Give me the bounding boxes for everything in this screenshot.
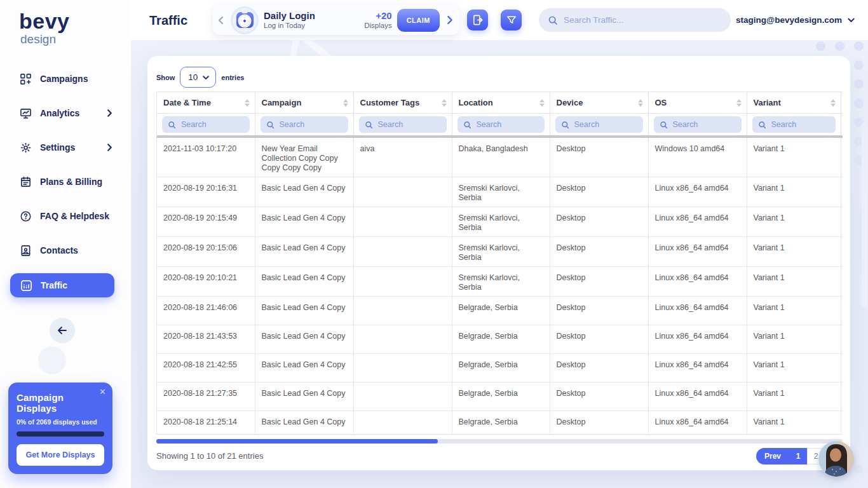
table-cell: Variant 1: [747, 383, 841, 411]
table-row[interactable]: 2020-08-19 20:15:49Basic Lead Gen 4 Copy…: [157, 207, 843, 237]
contacts-icon: [19, 244, 32, 257]
table-row[interactable]: 2020-08-18 21:25:14Basic Lead Gen 4 Copy…: [157, 411, 843, 435]
avatar[interactable]: [818, 441, 854, 477]
carousel-prev-icon[interactable]: [217, 16, 226, 25]
table-cell: Belgrade, Serbia: [452, 354, 550, 383]
table-cell: New Year Email Collection Copy Copy Copy…: [255, 137, 353, 177]
search-icon: [168, 121, 176, 129]
carousel-next-icon[interactable]: [445, 15, 454, 25]
table-cell: Sremski Karlovci, Serbia: [452, 237, 550, 267]
traffic-table-card: Show 10 entries Date & TimeCampaignCusto…: [147, 56, 850, 470]
table-row[interactable]: 2020-08-18 21:43:53Basic Lead Gen 4 Copy…: [157, 325, 843, 354]
get-more-displays-button[interactable]: Get More Displays: [17, 444, 104, 466]
account-menu[interactable]: staging@bevydesign.com: [736, 0, 855, 40]
promo-usage-text: 0% of 2069 displays used: [17, 418, 104, 426]
page-size-value: 10: [188, 72, 198, 82]
export-button[interactable]: [467, 10, 488, 30]
brand-subname: design: [20, 32, 70, 46]
sidebar-item-traffic[interactable]: Traffic: [10, 273, 114, 297]
account-email: staging@bevydesign.com: [736, 15, 842, 25]
column-header[interactable]: Variant: [747, 92, 841, 114]
table-cell: Linux x86_64 amd64: [648, 267, 747, 297]
table-cell: Linux x86_64 amd64: [648, 411, 747, 435]
sidebar-item-analytics[interactable]: Analytics: [0, 102, 131, 125]
table-cell: [353, 207, 452, 237]
horizontal-scrollbar[interactable]: [156, 439, 843, 444]
sidebar-item-campaigns[interactable]: Campaigns: [0, 67, 131, 90]
table-cell: aiva: [353, 137, 452, 177]
close-icon[interactable]: ✕: [99, 387, 106, 396]
table-row[interactable]: 2020-08-18 21:27:35Basic Lead Gen 4 Copy…: [157, 383, 843, 411]
table-cell: Basic Lead Gen 4 Copy: [255, 207, 353, 237]
sort-icon: [442, 99, 447, 107]
table-cell: 2020-08-19 20:16:31: [157, 177, 255, 207]
column-search: [458, 116, 545, 133]
table-cell: [841, 267, 843, 297]
page-title: Traffic: [149, 13, 187, 27]
search-input[interactable]: [564, 15, 722, 25]
column-label: Variant: [754, 98, 781, 107]
table-cell: 2020-08-19 20:15:06: [157, 237, 255, 267]
table-cell: Belgrade, Serbia: [452, 325, 550, 354]
table-header-row: Date & TimeCampaignCustomer TagsLocation…: [157, 92, 843, 114]
table-cell: Windows 10 amd64: [648, 137, 747, 177]
sidebar-item-label: FAQ & Helpdesk: [40, 211, 109, 221]
column-search-input[interactable]: [181, 120, 244, 129]
filter-icon: [506, 15, 517, 26]
column-header[interactable]: Campaign: [255, 92, 353, 114]
sidebar-item-label: Settings: [40, 142, 75, 152]
sidebar-item-settings[interactable]: Settings: [0, 136, 131, 159]
traffic-icon: [20, 279, 32, 292]
column-header[interactable]: Customer Tags: [353, 92, 452, 114]
column-header[interactable]: OS: [648, 92, 747, 114]
table-cell: Desktop: [550, 297, 648, 325]
table-cell: Variant 1: [747, 297, 841, 325]
sidebar-item-faq-helpdesk[interactable]: FAQ & Helpdesk: [0, 205, 131, 227]
column-header[interactable]: Date & Time: [157, 92, 255, 114]
table-cell: Desktop: [550, 177, 648, 207]
prev-page-button[interactable]: Prev: [756, 448, 789, 464]
table-cell: 2020-08-19 20:10:21: [157, 267, 255, 297]
table-cell: [841, 325, 843, 354]
table-row[interactable]: 2021-11-03 10:17:20New Year Email Collec…: [157, 137, 843, 177]
table-cell: Basic Lead Gen 4 Copy: [255, 237, 353, 267]
table-cell: [353, 297, 452, 325]
column-search-input[interactable]: [771, 120, 830, 129]
column-search-input[interactable]: [280, 120, 342, 129]
sidebar-item-plans-billing[interactable]: Plans & Billing: [0, 170, 131, 193]
column-header[interactable]: Device: [550, 92, 648, 114]
table-row[interactable]: 2020-08-18 21:46:06Basic Lead Gen 4 Copy…: [157, 297, 843, 325]
campaigns-icon: [19, 72, 32, 85]
filter-button[interactable]: [501, 10, 522, 30]
sidebar-item-label: Contacts: [40, 245, 78, 255]
claim-button[interactable]: CLAIM: [397, 9, 440, 32]
column-header[interactable]: Location: [452, 92, 550, 114]
search-icon: [463, 121, 471, 129]
scrollbar-thumb[interactable]: [156, 439, 438, 444]
page-size-select[interactable]: 10: [180, 67, 216, 88]
displays-progress-bar: [17, 431, 104, 437]
table-row[interactable]: 2020-08-18 21:42:55Basic Lead Gen 4 Copy…: [157, 354, 843, 383]
column-label: Device: [557, 98, 583, 107]
sidebar-collapse-button[interactable]: [50, 318, 75, 343]
sidebar-item-contacts[interactable]: Contacts: [0, 239, 131, 262]
table-cell: [841, 177, 843, 207]
column-search-input[interactable]: [477, 120, 539, 129]
table-cell: Linux x86_64 amd64: [648, 237, 747, 267]
page-button-1[interactable]: 1: [789, 448, 807, 464]
sidebar-item-label: Plans & Billing: [40, 177, 102, 187]
table-cell: Sremski Karlovci, Serbia: [452, 207, 550, 237]
table-row[interactable]: 2020-08-19 20:16:31Basic Lead Gen 4 Copy…: [157, 177, 843, 207]
table-cell: Desktop: [550, 383, 648, 411]
table-cell: Linux x86_64 amd64: [648, 325, 747, 354]
column-search-input[interactable]: [673, 120, 736, 129]
column-search-input[interactable]: [378, 120, 441, 129]
campaign-displays-card: ✕ Campaign Displays 0% of 2069 displays …: [8, 383, 112, 474]
column-filter-cell: [353, 114, 452, 137]
column-search-input[interactable]: [574, 120, 637, 129]
chevron-down-icon: [847, 16, 855, 24]
table-cell: Variant 1: [747, 177, 841, 207]
table-row[interactable]: 2020-08-19 20:15:06Basic Lead Gen 4 Copy…: [157, 237, 843, 267]
table-row[interactable]: 2020-08-19 20:10:21Basic Lead Gen 4 Copy…: [157, 267, 843, 297]
table-cell: 2020-08-19 20:15:49: [157, 207, 255, 237]
